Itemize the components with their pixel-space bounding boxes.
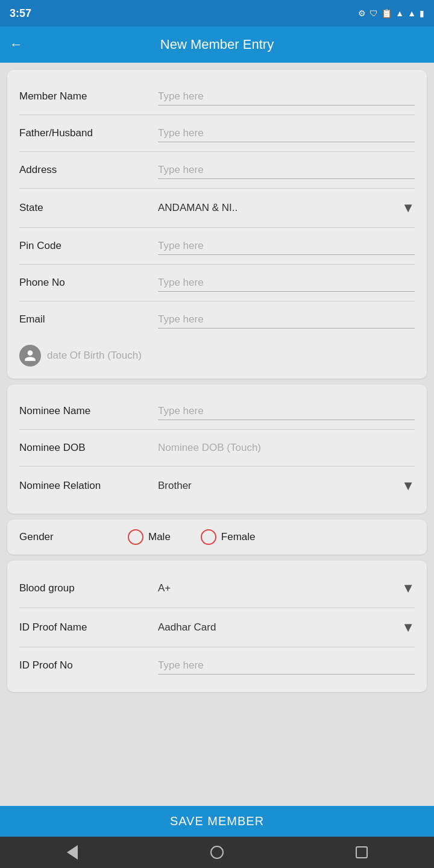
signal-icon: ▲ [407,8,416,18]
pin-code-input[interactable] [158,237,415,255]
state-label: State [19,202,158,214]
blood-id-card: Blood group A+ ▼ ID Proof Name Aadhar Ca… [7,561,427,692]
nominee-relation-row: Nominee Relation Brother ▼ [19,468,415,504]
person-icon [24,349,37,362]
id-proof-name-row: ID Proof Name Aadhar Card ▼ [19,609,415,646]
nominee-relation-value: Brother [158,480,192,492]
wifi-icon: ▲ [395,8,404,18]
blood-group-dropdown[interactable]: A+ ▼ [158,578,415,599]
blood-group-dropdown-arrow: ▼ [401,580,415,596]
id-proof-no-label: ID Proof No [19,659,158,671]
nominee-name-row: Nominee Name [19,394,415,428]
father-husband-row: Father/Husband [19,116,415,150]
address-input[interactable] [158,162,415,179]
nav-recents-button[interactable] [348,839,375,866]
save-member-button[interactable]: SAVE MEMBER [170,814,264,828]
id-proof-name-value: Aadhar Card [158,621,216,634]
blood-group-label: Blood group [19,582,158,594]
nav-back-icon [67,845,78,860]
female-radio-inner [205,533,212,541]
nominee-relation-label: Nominee Relation [19,480,158,492]
male-label: Male [148,531,171,543]
blood-group-row: Blood group A+ ▼ [19,570,415,606]
save-button-container[interactable]: SAVE MEMBER [0,806,434,837]
gender-section: Gender Male Female [7,520,427,555]
nominee-name-input[interactable] [158,403,415,420]
female-option[interactable]: Female [201,529,256,545]
gender-label: Gender [19,531,116,543]
nominee-relation-dropdown[interactable]: Brother ▼ [158,476,415,496]
personal-info-card: Member Name Father/Husband Address State… [7,70,427,379]
id-proof-name-label: ID Proof Name [19,621,158,634]
male-radio-inner [132,533,139,541]
email-label: Email [19,313,158,326]
battery-icon: ▮ [420,8,424,18]
phone-row: Phone No [19,266,415,300]
nav-home-button[interactable] [204,839,230,866]
nav-recents-icon [356,846,368,858]
clipboard-icon: 📋 [382,8,392,18]
pin-code-row: Pin Code [19,229,415,263]
status-icons: ⚙ 🛡 📋 ▲ ▲ ▮ [358,8,424,18]
nominee-dob-value: Nominee DOB (Touch) [158,439,415,456]
father-husband-label: Father/Husband [19,127,158,139]
nav-back-button[interactable] [59,839,86,866]
nav-home-icon [210,846,224,859]
dob-label: date Of Birth (Touch) [47,350,142,362]
status-time: 3:57 [10,7,31,20]
male-option[interactable]: Male [128,529,171,545]
dob-row[interactable]: date Of Birth (Touch) [19,338,415,369]
state-row: State ANDAMAN & NI.. ▼ [19,190,415,226]
id-proof-no-input[interactable] [158,657,415,675]
header: ← New Member Entry [0,27,434,63]
state-dropdown-arrow: ▼ [401,200,415,216]
state-value: ANDAMAN & NI.. [158,202,237,214]
back-button[interactable]: ← [10,37,23,52]
father-husband-input[interactable] [158,125,415,142]
address-label: Address [19,164,158,176]
female-label: Female [221,531,256,543]
form-content: Member Name Father/Husband Address State… [0,63,434,868]
nominee-dob-label: Nominee DOB [19,442,158,454]
id-proof-name-dropdown[interactable]: Aadhar Card ▼ [158,617,415,638]
id-proof-name-dropdown-arrow: ▼ [401,620,415,635]
gear-icon: ⚙ [358,8,366,18]
blood-group-value: A+ [158,582,171,594]
bottom-nav [0,837,434,868]
email-row: Email [19,303,415,336]
female-radio[interactable] [201,529,216,545]
id-proof-no-row: ID Proof No [19,649,415,682]
gender-row: Gender Male Female [19,529,415,545]
shield-icon: 🛡 [370,8,378,18]
nominee-relation-dropdown-arrow: ▼ [401,478,415,494]
male-radio[interactable] [128,529,143,545]
phone-input[interactable] [158,274,415,292]
dob-icon [19,345,41,366]
member-name-label: Member Name [19,90,158,102]
page-title: New Member Entry [30,37,404,52]
nominee-dob-row[interactable]: Nominee DOB Nominee DOB (Touch) [19,431,415,465]
address-row: Address [19,153,415,187]
email-input[interactable] [158,311,415,329]
member-name-input[interactable] [158,88,415,105]
nominee-name-label: Nominee Name [19,405,158,417]
member-name-row: Member Name [19,80,415,113]
phone-label: Phone No [19,277,158,289]
status-bar: 3:57 ⚙ 🛡 📋 ▲ ▲ ▮ [0,0,434,27]
nominee-info-card: Nominee Name Nominee DOB Nominee DOB (To… [7,385,427,514]
state-dropdown[interactable]: ANDAMAN & NI.. ▼ [158,198,415,218]
pin-code-label: Pin Code [19,240,158,252]
